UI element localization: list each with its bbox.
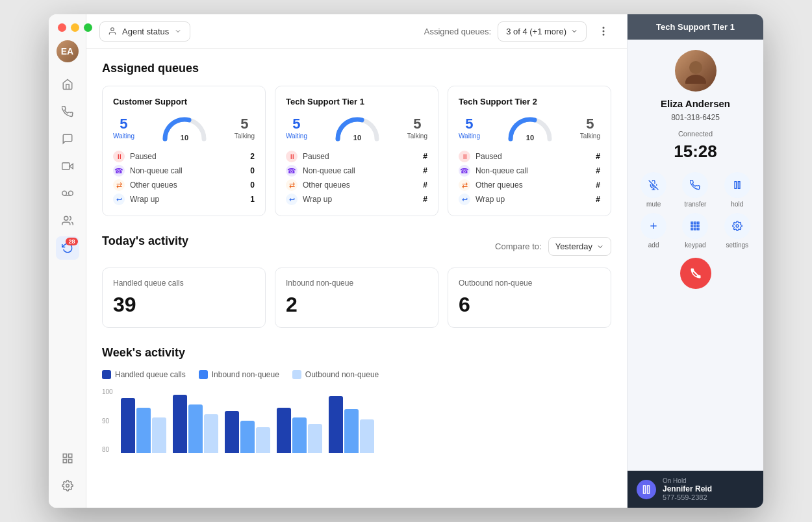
hold-button[interactable]: hold [719, 172, 755, 208]
svg-marker-0 [70, 164, 73, 169]
svg-rect-29 [698, 225, 700, 227]
on-hold-label: On Hold [663, 477, 712, 484]
weeks-activity: Week's activity Handled queue calls Inbo… [102, 346, 611, 453]
queue-card-title-2: Tech Support Tier 2 [459, 97, 600, 106]
metric-label: Non-queue call [476, 166, 585, 175]
bar-handled-2 [225, 411, 239, 453]
paused-icon: ⏸ [286, 151, 298, 162]
keypad-icon [682, 213, 708, 239]
activity-card-title-2: Outbound non-queue [459, 279, 600, 288]
legend-label-handled: Handled queue calls [115, 370, 186, 379]
activity-card-1: Inbound non-queue 2 [275, 267, 438, 328]
metric-row: ⏸ Paused # [459, 151, 600, 162]
hold-icon [724, 172, 750, 198]
sidebar-item-chat[interactable] [56, 127, 79, 151]
topbar: Agent status Assigned queues: 3 of 4 (+1… [86, 14, 627, 49]
queue-stats-2: 5 Waiting 10 5 Talking [459, 114, 600, 142]
gauge-num-2: 10 [526, 134, 534, 142]
queue-metrics-2: ⏸ Paused # ☎ Non-queue call # ⇄ Other qu… [459, 151, 600, 205]
end-call-icon [689, 267, 702, 280]
keypad-button[interactable]: keypad [677, 213, 713, 249]
chart-container: 100 90 80 [102, 388, 611, 453]
queue-card-title-1: Tech Support Tier 1 [286, 97, 427, 106]
end-call-button[interactable] [680, 258, 711, 289]
bar-handled-3 [277, 408, 291, 453]
bar-handled-0 [121, 398, 135, 453]
traffic-light-green[interactable] [84, 23, 92, 32]
on-hold-icon [641, 484, 652, 495]
add-icon [641, 213, 666, 239]
sidebar-item-voicemail[interactable] [56, 182, 79, 205]
legend-dot-outbound [292, 370, 301, 379]
todays-activity-title: Today's activity [102, 234, 188, 248]
metric-value: # [590, 195, 600, 204]
on-hold-bar[interactable]: On Hold Jennifer Reid 577-559-2382 [628, 471, 763, 508]
queue-stats-0: 5 Waiting 10 5 Talking [113, 114, 255, 142]
bar-outbound-1 [204, 414, 218, 453]
sidebar-item-queue[interactable]: 28 [56, 236, 79, 260]
agent-status-button[interactable]: Agent status [99, 21, 190, 42]
y-label-80: 80 [102, 446, 113, 453]
waiting-lbl-0: Waiting [113, 132, 134, 140]
wrapup-icon: ↩ [113, 193, 125, 205]
metric-row: ↩ Wrap up # [459, 193, 600, 205]
mute-label: mute [646, 201, 661, 208]
compare-dropdown[interactable]: Yesterday [548, 237, 611, 256]
legend-handled: Handled queue calls [102, 370, 186, 379]
svg-point-15 [689, 61, 702, 74]
panel-header: Tech Support Tier 1 [628, 14, 763, 40]
waiting-lbl-2: Waiting [459, 132, 480, 140]
svg-rect-35 [644, 486, 646, 493]
svg-point-10 [66, 484, 69, 488]
keypad-label: keypad [685, 242, 705, 249]
settings-call-label: settings [726, 242, 748, 249]
metric-label: Paused [130, 152, 239, 161]
sidebar-item-contacts[interactable] [56, 209, 79, 232]
add-button[interactable]: add [635, 213, 672, 249]
legend-label-outbound: Outbound non-queue [305, 370, 379, 379]
svg-rect-20 [735, 182, 737, 189]
sidebar-item-home[interactable] [56, 73, 79, 96]
settings-button[interactable]: settings [719, 213, 755, 249]
sidebar-item-phone[interactable] [56, 100, 79, 123]
queue-metrics-1: ⏸ Paused # ☎ Non-queue call # ⇄ Other qu… [286, 151, 427, 205]
talking-lbl-2: Talking [580, 132, 600, 140]
svg-point-3 [68, 191, 73, 195]
activity-card-value-1: 2 [286, 293, 427, 317]
metric-label: Wrap up [303, 195, 412, 204]
metric-row: ☎ Non-queue call # [459, 165, 600, 177]
sidebar-item-settings[interactable] [56, 474, 79, 497]
traffic-light-red[interactable] [58, 23, 66, 32]
sidebar-item-video[interactable] [56, 155, 79, 178]
legend-label-inbound: Inbound non-queue [212, 370, 279, 379]
queue-card-customer-support: Customer Support 5 Waiting 10 [102, 86, 266, 216]
paused-icon: ⏸ [113, 151, 125, 162]
metric-value: 0 [244, 180, 255, 190]
metric-label: Wrap up [476, 195, 585, 204]
bar-outbound-4 [360, 419, 374, 453]
connected-time: 15:28 [674, 142, 717, 162]
y-label-90: 90 [102, 417, 113, 425]
svg-rect-27 [691, 225, 693, 227]
sidebar-item-grid[interactable] [56, 447, 79, 470]
queues-dropdown[interactable]: 3 of 4 (+1 more) [498, 21, 587, 42]
bar-group-2 [225, 411, 270, 453]
svg-point-16 [685, 75, 706, 84]
traffic-light-yellow[interactable] [71, 23, 79, 32]
otherqueue-icon: ⇄ [113, 179, 125, 191]
svg-point-13 [603, 31, 604, 32]
otherqueue-icon: ⇄ [286, 179, 298, 191]
metric-row: ⏸ Paused 2 [113, 151, 255, 162]
bar-chart [121, 388, 611, 453]
queue-stats-1: 5 Waiting 10 5 Talking [286, 114, 427, 142]
metric-label: Paused [303, 152, 412, 161]
transfer-button[interactable]: transfer [677, 172, 713, 208]
bar-inbound-3 [292, 417, 307, 453]
metric-label: Other queues [130, 180, 239, 190]
metric-row: ⇄ Other queues 0 [113, 179, 255, 191]
mute-button[interactable]: mute [635, 172, 672, 208]
wrapup-icon: ↩ [459, 193, 470, 205]
more-options-button[interactable] [593, 21, 614, 42]
metric-label: Non-queue call [303, 166, 412, 175]
metric-row: ☎ Non-queue call # [286, 165, 427, 177]
